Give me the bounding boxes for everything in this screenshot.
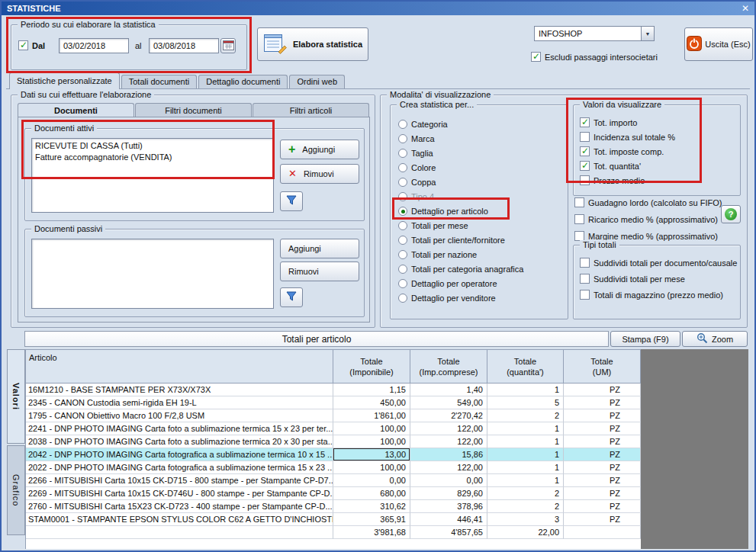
grid-cell: 1: [487, 461, 564, 474]
grid-total-cell: 22,00: [487, 526, 564, 539]
passivi-clear-button[interactable]: [280, 287, 303, 307]
statistiche-window: STATISTICHE ✕ Periodo su cui elaborare l…: [0, 0, 756, 552]
column-header-articolo[interactable]: Articolo: [26, 350, 333, 384]
escludi-checkbox[interactable]: [531, 52, 541, 62]
tab-dettaglio-documenti[interactable]: Dettaglio documenti: [198, 75, 288, 88]
column-subtitle: (Imp.comprese): [419, 367, 478, 377]
radio-categoria[interactable]: Categoria: [398, 119, 523, 129]
check-suddividi-totali-per-mese[interactable]: Suddividi totali per mese: [580, 274, 737, 284]
grid-cell: 2: [487, 500, 564, 513]
check-suddividi-totali-per-documento-causale[interactable]: Suddividi totali per documento/causale: [580, 258, 737, 268]
inner-tab-filtri-articoli[interactable]: Filtri articoli: [253, 103, 369, 117]
grid-row[interactable]: 2266 - MITSUBISHI Carta 10x15 CK-D715 - …: [26, 474, 641, 487]
grid-cell: 15,86: [410, 448, 487, 461]
grid-cell: 100,00: [333, 422, 410, 435]
grid-row[interactable]: STAM0001 - STAMPANTE EPSON STYLUS COLOR …: [26, 513, 641, 526]
check-incidenza-sul-totale[interactable]: Incidenza sul totale %: [580, 132, 675, 142]
uscita-button[interactable]: Uscita (Esc): [684, 27, 753, 61]
column-header-totale-quantita[interactable]: Totale(quantita'): [487, 350, 564, 384]
company-select[interactable]: INFOSHOP ▼: [534, 26, 655, 41]
stampa-button[interactable]: Stampa (F9): [610, 331, 680, 347]
radio-tipo-4[interactable]: Tipo 4: [398, 191, 523, 201]
column-header-totale-imponibile[interactable]: Totale(Imponibile): [333, 350, 410, 384]
grid-row[interactable]: 2241 - DNP PHOTO IMAGING Carta foto a su…: [26, 422, 641, 435]
grid-row[interactable]: 2042 - DNP PHOTO IMAGING Carta fotografi…: [26, 448, 641, 461]
grid-row[interactable]: 16M1210 - BASE STAMPANTE PER X73X/X73X1,…: [26, 384, 641, 396]
grid-cell: 680,00: [333, 487, 410, 500]
radio-marca[interactable]: Marca: [398, 133, 523, 143]
attivi-aggiungi-button[interactable]: + Aggiungi: [280, 140, 359, 159]
tab-statistiche-personalizzate[interactable]: Statistiche personalizzate: [9, 72, 120, 89]
attivi-clear-button[interactable]: [280, 191, 303, 211]
grid-row[interactable]: 2760 - MITSUBISHI Carta 15X23 CK-D723 - …: [26, 500, 641, 513]
grid-row[interactable]: 2038 - DNP PHOTO IMAGING Carta foto a su…: [26, 435, 641, 448]
check-tot-imposte-comp[interactable]: Tot. imposte comp.: [580, 146, 675, 156]
zoom-button[interactable]: Zoom: [682, 331, 748, 347]
uscita-label: Uscita (Esc): [705, 40, 750, 49]
check-guadagno-lordo-calcolato-su-fifo[interactable]: Guadagno lordo (calcolato su FIFO): [574, 197, 722, 207]
radio-totali-per-cliente-fornitore[interactable]: Totali per cliente/fornitore: [398, 235, 523, 245]
documenti-passivi-list[interactable]: [31, 239, 274, 309]
tab-totali-documenti[interactable]: Totali documenti: [121, 75, 198, 88]
stampa-label: Stampa (F9): [622, 335, 668, 344]
dropdown-arrow-icon[interactable]: ▼: [641, 27, 654, 40]
calendar-icon: [223, 40, 234, 52]
grid-row[interactable]: 1795 - CANON Obiettivo Macro 100 F/2,8 U…: [26, 409, 641, 422]
radio-totali-per-mese[interactable]: Totali per mese: [398, 220, 523, 230]
grid-cell: PZ: [564, 409, 641, 422]
checkbox-label: Ricarico medio % (approssimativo): [588, 215, 718, 224]
title-bar[interactable]: STATISTICHE ✕: [2, 2, 754, 15]
date-from-checkbox[interactable]: [18, 40, 28, 50]
radio-totali-per-nazione[interactable]: Totali per nazione: [398, 249, 523, 259]
escludi-label: Escludi passaggi intersocietari: [545, 53, 658, 62]
passivi-rimuovi-button[interactable]: Rimuovi: [280, 262, 359, 281]
close-icon[interactable]: ✕: [742, 3, 749, 14]
radio-colore[interactable]: Colore: [398, 162, 523, 172]
valori-group: Valori da visualizzare Tot. importoIncid…: [573, 104, 741, 196]
column-title: Totale: [360, 356, 382, 367]
grid-row[interactable]: 2269 - MITSUBISHI Carta 10x15 CK-D746U -…: [26, 487, 641, 500]
documenti-attivi-list[interactable]: RICEVUTE DI CASSA (Tutti)Fatture accompa…: [31, 138, 274, 213]
rimuovi-label: Rimuovi: [304, 169, 334, 178]
check-tot-quantita[interactable]: Tot. quantita': [580, 161, 675, 171]
grid-cell: PZ: [564, 422, 641, 435]
inner-tab-filtri-documenti[interactable]: Filtri documenti: [135, 103, 252, 117]
elabora-statistica-button[interactable]: Elabora statistica: [257, 27, 368, 61]
document-list-item[interactable]: Fatture accompagnatorie (VENDITA): [32, 152, 273, 163]
attivi-rimuovi-button[interactable]: ✕ Rimuovi: [280, 164, 359, 184]
document-list-item[interactable]: RICEVUTE DI CASSA (Tutti): [32, 140, 273, 152]
check-ricarico-medio-approssimativo[interactable]: Ricarico medio % (approssimativo): [574, 214, 722, 224]
radio-dettaglio-per-articolo[interactable]: Dettaglio per articolo: [398, 206, 523, 216]
inner-tab-documenti[interactable]: Documenti: [18, 103, 134, 117]
grid-row[interactable]: 2345 - CANON Custodia semi-rigida EH 19-…: [26, 396, 641, 409]
radio-dettaglio-per-venditore[interactable]: Dettaglio per venditore: [398, 293, 523, 303]
calendar-button[interactable]: [220, 38, 236, 53]
escludi-row[interactable]: Escludi passaggi intersocietari: [531, 52, 658, 62]
side-tab-label: Grafico: [11, 474, 21, 506]
tab-ordini-web[interactable]: Ordini web: [289, 75, 345, 88]
radio-totali-per-categoria-anagrafica[interactable]: Totali per categoria anagrafica: [398, 264, 523, 274]
grid-right-filler: [641, 349, 748, 549]
check-tot-importo[interactable]: Tot. importo: [580, 117, 675, 127]
grid-cell: 2042 - DNP PHOTO IMAGING Carta fotografi…: [26, 448, 333, 461]
date-from-input[interactable]: 03/02/2018: [59, 38, 129, 53]
grid-body: 16M1210 - BASE STAMPANTE PER X73X/X73X1,…: [26, 384, 641, 539]
date-to-input[interactable]: 03/08/2018: [149, 38, 219, 53]
checkbox-label: Incidenza sul totale %: [594, 133, 675, 142]
grid-row[interactable]: 2022 - DNP PHOTO IMAGING Carta fotografi…: [26, 461, 641, 474]
check-prezzo-medio[interactable]: Prezzo medio: [580, 175, 675, 185]
side-tab-grafico[interactable]: Grafico: [7, 445, 25, 535]
passivi-aggiungi-button[interactable]: Aggiungi: [280, 239, 359, 258]
side-tab-valori[interactable]: Valori: [7, 349, 25, 444]
radio-label: Colore: [411, 163, 436, 172]
column-header-totale-um[interactable]: Totale(UM): [564, 350, 641, 384]
help-button[interactable]: ?: [721, 205, 741, 223]
checkbox-icon: [580, 132, 590, 142]
column-header-totale-imp-comprese[interactable]: Totale(Imp.comprese): [410, 350, 487, 384]
radio-taglia[interactable]: Taglia: [398, 148, 523, 158]
check-totali-di-magazzino-prezzo-medio[interactable]: Totali di magazzino (prezzo medio): [580, 290, 737, 300]
column-title: Totale: [590, 356, 613, 367]
radio-coppa[interactable]: Coppa: [398, 177, 523, 187]
radio-icon: [398, 207, 407, 216]
radio-dettaglio-per-operatore[interactable]: Dettaglio per operatore: [398, 278, 523, 288]
